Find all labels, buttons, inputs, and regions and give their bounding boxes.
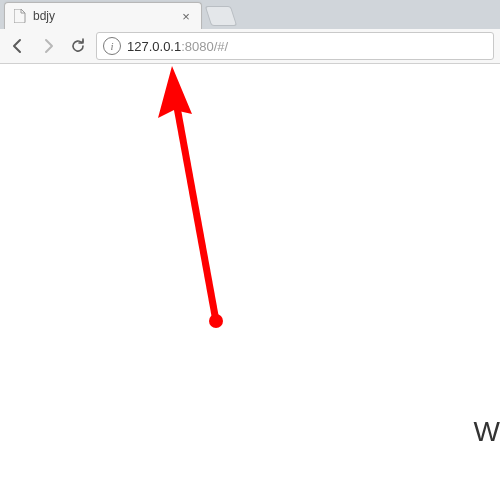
new-tab-button[interactable] xyxy=(205,6,237,26)
browser-chrome: bdjy × i 127.0.0.1:8080/#/ xyxy=(0,0,500,64)
url-host: 127.0.0.1 xyxy=(127,39,181,54)
address-bar[interactable]: i 127.0.0.1:8080/#/ xyxy=(96,32,494,60)
page-content: W xyxy=(0,64,500,500)
forward-button[interactable] xyxy=(36,34,60,58)
browser-tab[interactable]: bdjy × xyxy=(4,2,202,29)
back-button[interactable] xyxy=(6,34,30,58)
site-info-icon[interactable]: i xyxy=(103,37,121,55)
toolbar: i 127.0.0.1:8080/#/ xyxy=(0,29,500,63)
tab-strip: bdjy × xyxy=(0,0,500,29)
close-icon[interactable]: × xyxy=(179,9,193,23)
url-path: :8080/#/ xyxy=(181,39,228,54)
tab-title: bdjy xyxy=(33,9,173,23)
reload-button[interactable] xyxy=(66,34,90,58)
page-heading-fragment: W xyxy=(474,416,500,448)
file-icon xyxy=(13,9,27,23)
url-text: 127.0.0.1:8080/#/ xyxy=(127,39,487,54)
